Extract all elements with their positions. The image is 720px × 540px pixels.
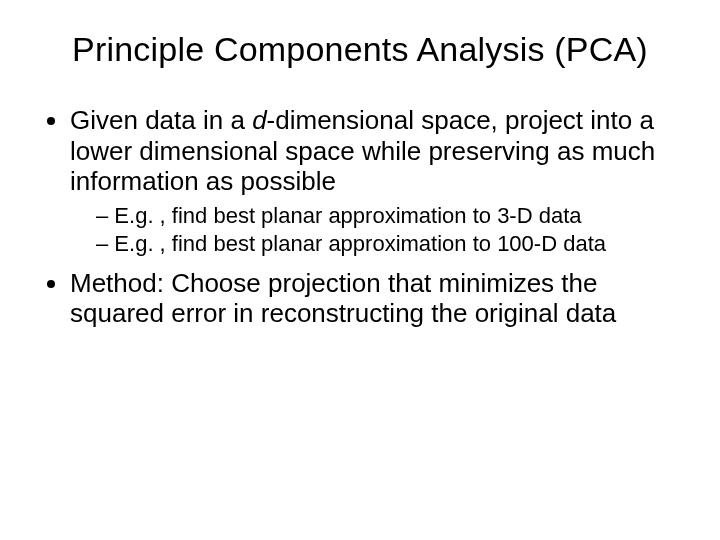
sub-bullet-item: E.g. , find best planar approximation to… xyxy=(96,231,680,257)
bullet-text-italic: d xyxy=(252,105,266,135)
bullet-item: Given data in a d-dimensional space, pro… xyxy=(70,105,680,258)
sub-bullet-item: E.g. , find best planar approximation to… xyxy=(96,203,680,229)
sub-bullet-list: E.g. , find best planar approximation to… xyxy=(70,203,680,258)
slide-title: Principle Components Analysis (PCA) xyxy=(40,30,680,69)
slide: Principle Components Analysis (PCA) Give… xyxy=(0,0,720,540)
bullet-text-pre: Method: Choose projection that minimizes… xyxy=(70,268,616,329)
bullet-list: Given data in a d-dimensional space, pro… xyxy=(40,105,680,329)
bullet-text-pre: Given data in a xyxy=(70,105,252,135)
bullet-item: Method: Choose projection that minimizes… xyxy=(70,268,680,329)
